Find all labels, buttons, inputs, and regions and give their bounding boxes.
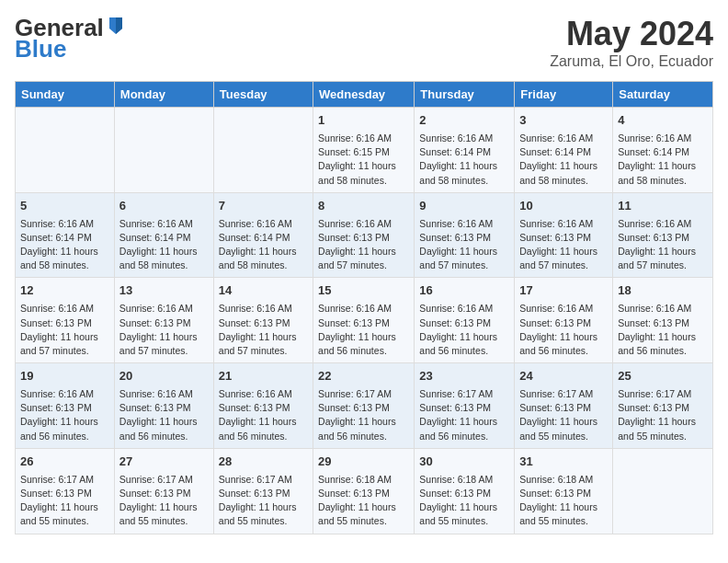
calendar-cell: 13Sunrise: 6:16 AMSunset: 6:13 PMDayligh… <box>114 278 213 363</box>
sunrise-text: Sunrise: 6:18 AM <box>419 474 493 485</box>
svg-marker-1 <box>116 17 122 34</box>
calendar-cell: 4Sunrise: 6:16 AMSunset: 6:14 PMDaylight… <box>613 108 713 193</box>
sunset-text: Sunset: 6:13 PM <box>318 488 390 499</box>
day-number: 13 <box>119 282 209 300</box>
calendar-week-2: 5Sunrise: 6:16 AMSunset: 6:14 PMDaylight… <box>16 192 713 278</box>
calendar-cell: 7Sunrise: 6:16 AMSunset: 6:14 PMDaylight… <box>213 192 313 278</box>
calendar-cell: 9Sunrise: 6:16 AMSunset: 6:13 PMDaylight… <box>415 192 515 278</box>
daylight-text: Daylight: 11 hours and 58 minutes. <box>20 246 98 270</box>
daylight-text: Daylight: 11 hours and 55 minutes. <box>519 501 597 526</box>
calendar-cell: 27Sunrise: 6:17 AMSunset: 6:13 PMDayligh… <box>114 448 213 534</box>
sunrise-text: Sunrise: 6:17 AM <box>20 474 94 485</box>
calendar-cell: 6Sunrise: 6:16 AMSunset: 6:14 PMDaylight… <box>114 192 213 278</box>
calendar-cell: 29Sunrise: 6:18 AMSunset: 6:13 PMDayligh… <box>313 448 415 534</box>
calendar-cell: 8Sunrise: 6:16 AMSunset: 6:13 PMDaylight… <box>313 192 415 278</box>
sunset-text: Sunset: 6:13 PM <box>219 488 290 499</box>
daylight-text: Daylight: 11 hours and 55 minutes. <box>419 501 497 526</box>
day-number: 8 <box>318 198 409 215</box>
calendar-week-1: 1Sunrise: 6:16 AMSunset: 6:15 PMDaylight… <box>16 108 713 193</box>
sunset-text: Sunset: 6:13 PM <box>20 402 92 413</box>
sunset-text: Sunset: 6:13 PM <box>419 317 491 328</box>
sunset-text: Sunset: 6:14 PM <box>119 232 191 243</box>
sunset-text: Sunset: 6:14 PM <box>20 232 92 243</box>
day-number: 17 <box>519 282 608 300</box>
day-number: 22 <box>318 368 409 385</box>
day-number: 18 <box>618 282 708 300</box>
calendar-cell: 17Sunrise: 6:16 AMSunset: 6:13 PMDayligh… <box>515 278 613 363</box>
calendar-cell: 1Sunrise: 6:16 AMSunset: 6:15 PMDaylight… <box>313 108 415 193</box>
sunset-text: Sunset: 6:13 PM <box>318 402 390 413</box>
sunrise-text: Sunrise: 6:16 AM <box>519 132 593 144</box>
calendar-cell: 18Sunrise: 6:16 AMSunset: 6:13 PMDayligh… <box>613 278 713 363</box>
day-number: 15 <box>318 282 409 300</box>
calendar-cell: 15Sunrise: 6:16 AMSunset: 6:13 PMDayligh… <box>313 278 415 363</box>
sunrise-text: Sunrise: 6:16 AM <box>618 132 691 144</box>
calendar-cell: 3Sunrise: 6:16 AMSunset: 6:14 PMDaylight… <box>515 108 613 193</box>
daylight-text: Daylight: 11 hours and 57 minutes. <box>219 331 297 356</box>
calendar-cell: 11Sunrise: 6:16 AMSunset: 6:13 PMDayligh… <box>613 192 713 278</box>
sunrise-text: Sunrise: 6:16 AM <box>419 132 493 144</box>
daylight-text: Daylight: 11 hours and 58 minutes. <box>219 246 297 270</box>
day-number: 7 <box>219 198 308 215</box>
day-number: 23 <box>419 368 509 385</box>
sunset-text: Sunset: 6:13 PM <box>519 317 591 328</box>
day-number: 28 <box>219 454 308 471</box>
calendar-cell <box>613 448 713 534</box>
calendar-week-4: 19Sunrise: 6:16 AMSunset: 6:13 PMDayligh… <box>16 363 713 449</box>
day-number: 16 <box>419 282 509 300</box>
sunset-text: Sunset: 6:13 PM <box>318 317 390 328</box>
header-thursday: Thursday <box>415 82 515 108</box>
sunset-text: Sunset: 6:13 PM <box>419 488 491 499</box>
calendar-cell: 12Sunrise: 6:16 AMSunset: 6:13 PMDayligh… <box>16 278 115 363</box>
day-number: 12 <box>20 282 109 300</box>
day-number: 24 <box>519 368 608 385</box>
daylight-text: Daylight: 11 hours and 56 minutes. <box>618 331 696 356</box>
sunset-text: Sunset: 6:13 PM <box>419 232 491 243</box>
calendar-cell: 23Sunrise: 6:17 AMSunset: 6:13 PMDayligh… <box>415 363 515 449</box>
sunrise-text: Sunrise: 6:17 AM <box>119 474 193 485</box>
sunrise-text: Sunrise: 6:16 AM <box>318 218 392 229</box>
daylight-text: Daylight: 11 hours and 58 minutes. <box>119 246 198 270</box>
day-number: 1 <box>318 112 409 130</box>
page-header: General Blue May 2024 Zaruma, El Oro, Ec… <box>15 15 713 70</box>
sunrise-text: Sunrise: 6:16 AM <box>20 218 94 229</box>
page-subtitle: Zaruma, El Oro, Ecuador <box>550 53 713 70</box>
sunrise-text: Sunrise: 6:16 AM <box>519 303 593 314</box>
calendar-cell: 19Sunrise: 6:16 AMSunset: 6:13 PMDayligh… <box>16 363 115 449</box>
header-sunday: Sunday <box>16 82 115 108</box>
sunrise-text: Sunrise: 6:16 AM <box>318 303 392 314</box>
calendar-cell: 31Sunrise: 6:18 AMSunset: 6:13 PMDayligh… <box>515 448 613 534</box>
day-number: 11 <box>618 198 708 215</box>
day-number: 20 <box>119 368 209 385</box>
daylight-text: Daylight: 11 hours and 56 minutes. <box>119 416 198 441</box>
daylight-text: Daylight: 11 hours and 57 minutes. <box>119 331 198 356</box>
calendar-week-5: 26Sunrise: 6:17 AMSunset: 6:13 PMDayligh… <box>16 448 713 534</box>
day-number: 27 <box>119 454 209 471</box>
sunrise-text: Sunrise: 6:17 AM <box>219 474 292 485</box>
daylight-text: Daylight: 11 hours and 57 minutes. <box>618 246 696 270</box>
day-number: 31 <box>519 454 608 471</box>
sunset-text: Sunset: 6:13 PM <box>20 317 92 328</box>
sunset-text: Sunset: 6:14 PM <box>219 232 290 243</box>
daylight-text: Daylight: 11 hours and 55 minutes. <box>519 416 597 441</box>
sunset-text: Sunset: 6:13 PM <box>519 232 591 243</box>
calendar-week-3: 12Sunrise: 6:16 AMSunset: 6:13 PMDayligh… <box>16 278 713 363</box>
sunset-text: Sunset: 6:14 PM <box>618 146 689 157</box>
header-saturday: Saturday <box>613 82 713 108</box>
page-title: May 2024 <box>550 15 713 53</box>
sunrise-text: Sunrise: 6:16 AM <box>519 218 593 229</box>
daylight-text: Daylight: 11 hours and 55 minutes. <box>219 501 297 526</box>
sunrise-text: Sunrise: 6:16 AM <box>419 218 493 229</box>
sunset-text: Sunset: 6:13 PM <box>519 402 591 413</box>
sunset-text: Sunset: 6:13 PM <box>119 488 191 499</box>
daylight-text: Daylight: 11 hours and 58 minutes. <box>618 160 696 185</box>
sunset-text: Sunset: 6:14 PM <box>419 146 491 157</box>
sunset-text: Sunset: 6:13 PM <box>618 402 689 413</box>
calendar-cell <box>114 108 213 193</box>
calendar-table: Sunday Monday Tuesday Wednesday Thursday… <box>15 81 713 534</box>
calendar-cell: 26Sunrise: 6:17 AMSunset: 6:13 PMDayligh… <box>16 448 115 534</box>
day-number: 9 <box>419 198 509 215</box>
daylight-text: Daylight: 11 hours and 56 minutes. <box>318 416 396 441</box>
daylight-text: Daylight: 11 hours and 57 minutes. <box>519 246 597 270</box>
sunrise-text: Sunrise: 6:16 AM <box>219 218 292 229</box>
